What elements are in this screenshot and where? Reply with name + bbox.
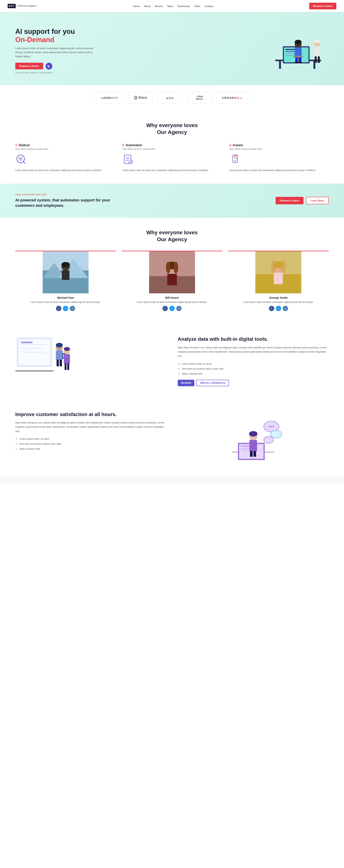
- social-vk-2[interactable]: v: [176, 306, 182, 311]
- svg-point-91: [271, 430, 282, 438]
- svg-rect-1: [279, 61, 281, 69]
- improve-section: Improve customer satisfaction at all hou…: [0, 400, 344, 476]
- svg-point-93: [269, 426, 270, 427]
- svg-point-51: [174, 262, 178, 273]
- social-facebook-3[interactable]: f: [269, 306, 274, 311]
- analyze-content: Analyze data with built-in digital tools…: [178, 336, 329, 386]
- improve-check-icon-3: ✓: [15, 447, 18, 451]
- svg-rect-89: [253, 451, 256, 457]
- nav-about[interactable]: About: [144, 5, 150, 8]
- team-card-3: George Smile Lorem ipsum dolor sit amet …: [228, 251, 329, 311]
- nav-service[interactable]: Service: [155, 5, 163, 8]
- cta-learn-button[interactable]: Learn More: [306, 197, 329, 204]
- team-section: Why everyone loves Our Agency: [0, 218, 344, 322]
- nav-contact[interactable]: Contact: [205, 5, 213, 8]
- svg-point-14: [295, 61, 298, 63]
- svg-rect-21: [315, 56, 317, 62]
- svg-point-29: [20, 158, 21, 159]
- social-facebook-1[interactable]: f: [56, 306, 61, 311]
- check-item-3: ✓ Optio cumque nihil: [178, 372, 329, 375]
- improve-svg: [223, 411, 284, 465]
- svg-point-50: [166, 262, 170, 273]
- brand-realwave: ~ RealWave: [187, 92, 212, 103]
- hero-svg: [264, 29, 329, 71]
- cta-main-text: AI powered system, that automates suppor…: [15, 197, 111, 208]
- team-grid: Michael Doe Lorem ipsum dolor sit amet c…: [15, 251, 329, 311]
- svg-rect-22: [318, 56, 320, 62]
- team-name-3: George Smile: [228, 296, 329, 299]
- check-item-2: ✓ Vero facil accusamus dores iusto odio: [178, 367, 329, 371]
- cta-buttons: Request a Demo Learn More: [276, 197, 329, 204]
- svg-point-44: [61, 262, 70, 267]
- svg-point-34: [129, 160, 133, 164]
- nav-links: Home About Service Team Testimonial Clie…: [133, 4, 213, 8]
- svg-rect-20: [314, 46, 320, 57]
- logo-icon: DCT: [8, 4, 16, 8]
- social-vk-1[interactable]: v: [70, 306, 75, 311]
- instant-icon: [229, 153, 329, 167]
- svg-point-10: [295, 40, 302, 44]
- social-twitter-3[interactable]: t: [276, 306, 281, 311]
- team-desc-1: Lorem ipsum dolor sit amet consectetur a…: [15, 301, 116, 304]
- social-twitter-2[interactable]: t: [169, 306, 175, 311]
- svg-point-67: [56, 343, 63, 347]
- improve-check-icon-2: ✓: [15, 442, 18, 446]
- why-title-1: Why everyone loves Our Agency: [15, 122, 329, 136]
- improve-content: Improve customer satisfaction at all hou…: [15, 411, 166, 455]
- footer: [0, 476, 344, 484]
- team-name-2: Bill Sweet: [122, 296, 222, 299]
- feedbacks-button[interactable]: VIEW ALL FEEDBACKS: [196, 380, 229, 386]
- social-twitter-1[interactable]: t: [63, 306, 68, 311]
- logo: DCT STARTUP AGENCY: [8, 4, 37, 8]
- radical-icon: [15, 153, 115, 167]
- improve-title: Improve customer satisfaction at all hou…: [15, 411, 166, 418]
- svg-point-94: [271, 426, 272, 427]
- hero-play-button[interactable]: ▶: [45, 63, 52, 69]
- reviews-button[interactable]: REVIEWS: [178, 380, 194, 386]
- features-grid: 1. Radical Nam libero tempore soluta nob…: [15, 144, 329, 172]
- social-vk-3[interactable]: v: [283, 306, 288, 311]
- nav-team[interactable]: Team: [167, 5, 173, 8]
- analyze-buttons: REVIEWS VIEW ALL FEEDBACKS: [178, 380, 329, 386]
- hero-demo-button[interactable]: Request a Demo: [15, 63, 43, 69]
- analyze-title: Analyze data with built-in digital tools…: [178, 336, 329, 342]
- hero-buttons: Request a Demo ▶: [15, 63, 96, 69]
- svg-rect-77: [67, 363, 69, 370]
- check-icon-2: ✓: [178, 367, 180, 371]
- team-card-2: Bill Sweet Lorem ipsum dolor sit amet co…: [122, 251, 222, 311]
- check-icon-3: ✓: [178, 372, 180, 375]
- hero-illustration: [264, 29, 329, 72]
- svg-rect-65: [21, 342, 32, 343]
- cta-grow-text: Grow revenue with lower costs: [15, 193, 111, 196]
- svg-point-23: [314, 61, 317, 63]
- improve-desc: Nam libero tempore cum soluta nabs est e…: [15, 421, 166, 433]
- nav-home[interactable]: Home: [133, 5, 140, 8]
- hero-description: Lorem ipsum dolor sit amet consectetur a…: [15, 46, 96, 58]
- svg-rect-75: [64, 354, 70, 364]
- cta-content: Grow revenue with lower costs AI powered…: [15, 193, 111, 208]
- nav-testimonial[interactable]: Testimonial: [177, 5, 190, 8]
- nav-client[interactable]: Client: [194, 5, 200, 8]
- nav-demo-button[interactable]: Request a Demo: [309, 3, 336, 9]
- team-photo-3: [228, 251, 329, 293]
- team-social-3: f t v: [228, 306, 329, 311]
- social-facebook-2[interactable]: f: [162, 306, 168, 311]
- feature-radical: 1. Radical Nam libero tempore soluta nob…: [15, 144, 115, 172]
- svg-rect-87: [249, 440, 257, 452]
- check-icon-1: ✓: [178, 362, 180, 366]
- svg-rect-52: [167, 274, 177, 285]
- svg-rect-16: [293, 56, 303, 57]
- svg-rect-11: [295, 48, 302, 57]
- svg-point-86: [249, 431, 257, 436]
- cta-demo-button[interactable]: Request a Demo: [276, 197, 304, 204]
- improve-illustration: [178, 411, 329, 465]
- svg-rect-17: [297, 57, 299, 61]
- feature-instant: 3. Instant Nam libero tempore soluta nob…: [229, 144, 329, 172]
- svg-point-19: [314, 39, 320, 43]
- navbar: DCT STARTUP AGENCY Home About Service Te…: [0, 0, 344, 12]
- improve-check-2: ✓ Vero facil accusamus dores iusto odio: [15, 442, 166, 446]
- brand-pitch: Pitch: [128, 92, 153, 103]
- team-card-1: Michael Doe Lorem ipsum dolor sit amet c…: [15, 251, 116, 311]
- team-desc-3: Lorem ipsum dolor sit amet consectetur a…: [228, 301, 329, 304]
- analyze-desc: Nam libero tempore cum soluta nabs est e…: [178, 345, 329, 358]
